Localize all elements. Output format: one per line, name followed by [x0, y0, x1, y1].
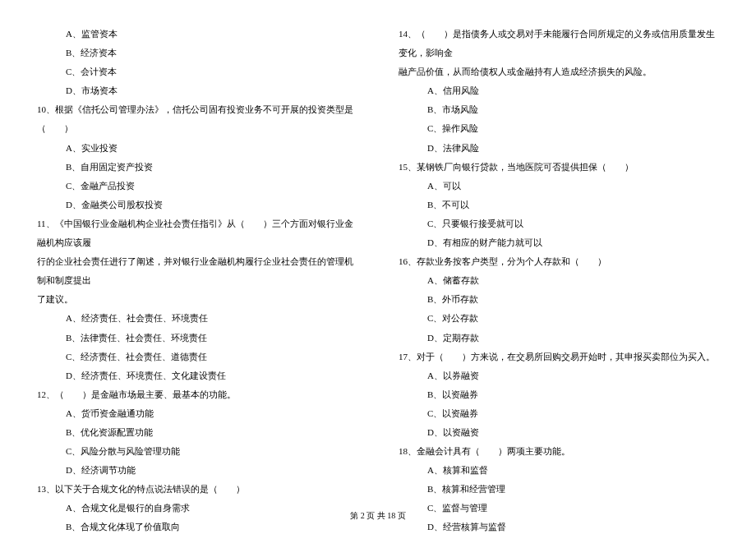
q12-option-b: B、优化资源配置功能: [37, 423, 357, 442]
q15-option-a: A、可以: [399, 177, 719, 196]
q10-text: 10、根据《信托公司管理办法》，信托公司固有投资业务不可开展的投资类型是（ ）: [37, 100, 357, 138]
q16-option-a: A、储蓄存款: [399, 271, 719, 290]
q9-option-a: A、监管资本: [37, 25, 357, 44]
q12-text: 12、（ ）是金融市场最主要、最基本的功能。: [37, 385, 357, 404]
q15-text: 15、某钢铁厂向银行贷款，当地医院可否提供担保（ ）: [399, 158, 719, 177]
q15-option-c: C、只要银行接受就可以: [399, 214, 719, 233]
q10-option-a: A、实业投资: [37, 139, 357, 158]
q15-option-b: B、不可以: [399, 196, 719, 214]
q14-option-c: C、操作风险: [399, 119, 719, 138]
q13-text: 13、以下关于合规文化的特点说法错误的是（ ）: [37, 480, 357, 499]
q12-option-d: D、经济调节功能: [37, 461, 357, 480]
q11-option-b: B、法律责任、社会责任、环境责任: [37, 329, 357, 348]
q11-option-a: A、经济责任、社会责任、环境责任: [37, 309, 357, 328]
q9-option-d: D、市场资本: [37, 81, 357, 100]
q17-option-a: A、以券融资: [399, 366, 719, 385]
q14-option-a: A、信用风险: [399, 81, 719, 100]
q12-option-c: C、风险分散与风险管理功能: [37, 442, 357, 461]
q10-option-b: B、自用固定资产投资: [37, 158, 357, 177]
q11-option-c: C、经济责任、社会责任、道德责任: [37, 348, 357, 366]
q11-line3: 了建议。: [37, 290, 357, 309]
q18-option-a: A、核算和监督: [399, 461, 719, 480]
q16-option-b: B、外币存款: [399, 290, 719, 309]
page-footer: 第 2 页 共 18 页: [0, 510, 756, 522]
q16-text: 16、存款业务按客户类型，分为个人存款和（ ）: [399, 252, 719, 271]
q10-option-c: C、金融产品投资: [37, 177, 357, 196]
q14-line1: 14、（ ）是指债务人或交易对手未能履行合同所规定的义务或信用质量发生变化，影响…: [399, 25, 719, 62]
q12-option-a: A、货币资金融通功能: [37, 404, 357, 423]
q16-option-d: D、定期存款: [399, 329, 719, 348]
right-column: 14、（ ）是指债务人或交易对手未能履行合同所规定的义务或信用质量发生变化，影响…: [399, 25, 719, 534]
left-column: A、监管资本 B、经济资本 C、会计资本 D、市场资本 10、根据《信托公司管理…: [37, 25, 357, 534]
q11-line2: 行的企业社会责任进行了阐述，并对银行业金融机构履行企业社会责任的管理机制和制度提…: [37, 252, 357, 290]
q18-text: 18、金融会计具有（ ）两项主要功能。: [399, 442, 719, 461]
q14-option-d: D、法律风险: [399, 139, 719, 158]
q9-option-b: B、经济资本: [37, 44, 357, 62]
q17-option-c: C、以资融券: [399, 404, 719, 423]
q17-option-d: D、以资融资: [399, 423, 719, 442]
q18-option-b: B、核算和经营管理: [399, 480, 719, 499]
q17-option-b: B、以资融券: [399, 385, 719, 404]
q17-text: 17、对于（ ）方来说，在交易所回购交易开始时，其申报买卖部位为买入。: [399, 348, 719, 366]
q15-option-d: D、有相应的财产能力就可以: [399, 233, 719, 252]
q10-option-d: D、金融类公司股权投资: [37, 196, 357, 214]
q14-option-b: B、市场风险: [399, 100, 719, 119]
q14-line2: 融产品价值，从而给债权人或金融持有人造成经济损失的风险。: [399, 62, 719, 81]
q11-option-d: D、经济责任、环境责任、文化建设责任: [37, 366, 357, 385]
q16-option-c: C、对公存款: [399, 309, 719, 328]
q9-option-c: C、会计资本: [37, 62, 357, 81]
q11-line1: 11、《中国银行业金融机构企业社会责任指引》从（ ）三个方面对银行业金融机构应该…: [37, 214, 357, 252]
